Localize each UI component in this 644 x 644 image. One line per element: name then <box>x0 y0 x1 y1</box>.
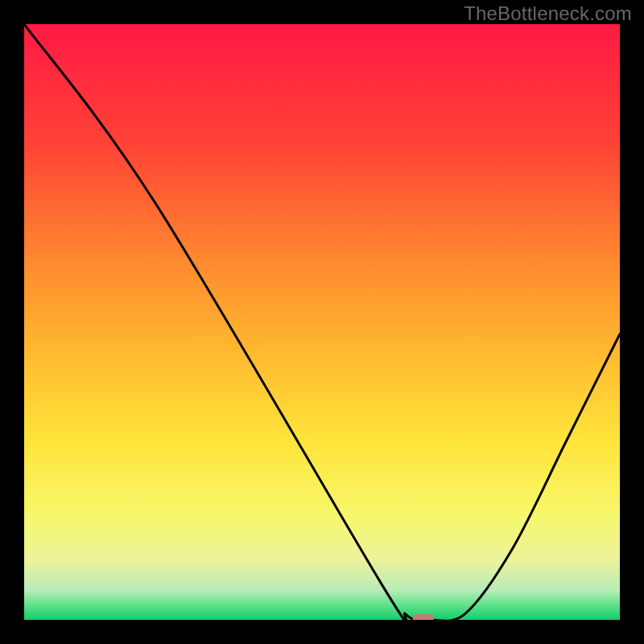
chart-svg <box>24 24 620 620</box>
gradient-background <box>24 24 620 620</box>
optimal-marker <box>413 614 434 620</box>
plot-area <box>24 24 620 620</box>
watermark-text: TheBottleneck.com <box>464 2 632 25</box>
chart-frame: TheBottleneck.com <box>0 0 644 644</box>
